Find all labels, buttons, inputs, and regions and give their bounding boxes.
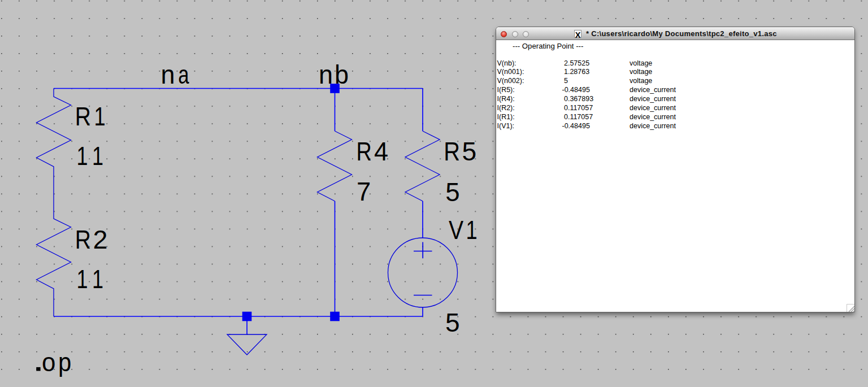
svg-text:n: n: [319, 60, 333, 89]
svg-text:1: 1: [92, 141, 103, 171]
svg-text:7: 7: [357, 177, 371, 206]
svg-text:1: 1: [77, 264, 88, 294]
svg-text:R: R: [75, 102, 91, 131]
svg-text:n: n: [161, 60, 175, 89]
svg-text:1: 1: [92, 264, 103, 294]
svg-text:1: 1: [77, 141, 88, 171]
svg-text:b: b: [335, 60, 349, 89]
svg-text:o: o: [42, 347, 55, 377]
svg-text:p: p: [58, 347, 71, 377]
svg-text:5: 5: [445, 177, 459, 207]
svg-text:1: 1: [466, 215, 477, 245]
svg-text:1: 1: [94, 102, 106, 131]
svg-text:V: V: [449, 215, 463, 245]
svg-text:a: a: [178, 60, 189, 89]
svg-text:R: R: [356, 137, 371, 166]
svg-text:4: 4: [374, 137, 388, 166]
svg-text:5: 5: [462, 137, 476, 166]
svg-text:5: 5: [445, 308, 460, 337]
svg-text:2: 2: [93, 225, 107, 254]
svg-text:X: X: [575, 32, 581, 38]
svg-text:R: R: [444, 137, 460, 166]
svg-text:R: R: [75, 225, 91, 254]
